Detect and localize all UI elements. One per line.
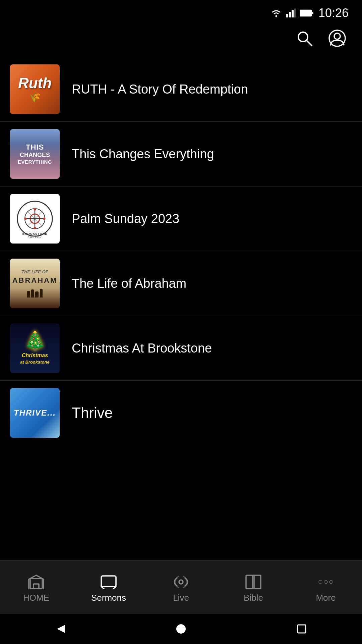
live-label: Live [173,593,189,603]
svg-rect-43 [298,625,306,633]
recent-button[interactable] [292,619,312,639]
series-title: RUTH - A Story Of Redemption [72,82,352,97]
svg-rect-34 [246,575,253,589]
list-item[interactable]: 🎄 Christmasat Brookstone Christmas At Br… [0,316,362,381]
svg-text:CHURCH: CHURCH [28,236,42,238]
svg-rect-5 [300,10,312,16]
list-item[interactable]: Ruth 🌾 RUTH - A Story Of Redemption [0,57,362,122]
wifi-icon [270,9,282,17]
series-title: This Changes Everything [72,147,352,161]
svg-point-0 [275,15,277,17]
svg-point-42 [176,624,186,634]
tce-text3: EVERYTHING [18,159,52,165]
nav-item-home[interactable]: HOME [0,571,72,603]
xmas-text: Christmasat Brookstone [20,352,49,365]
bible-label: Bible [244,593,263,603]
android-nav-bar [0,614,362,644]
series-title: Palm Sunday 2023 [72,212,352,226]
signal-icon [286,9,296,17]
tce-thumbnail: THIS CHANGES EVERYTHING [10,129,60,179]
sermons-icon [100,575,117,589]
thrive-text: THRIVE... [14,408,56,418]
svg-rect-4 [294,9,296,17]
nav-item-bible[interactable]: Bible [217,571,290,603]
nav-item-more[interactable]: More [290,571,362,603]
series-list: Ruth 🌾 RUTH - A Story Of Redemption THIS… [0,57,362,560]
status-time: 10:26 [318,6,349,20]
more-label: More [316,593,336,603]
svg-point-19 [43,218,46,220]
christmas-thumbnail: 🎄 Christmasat Brookstone [10,323,60,373]
profile-button[interactable] [326,27,349,50]
xmas-tree-icon: 🎄 [24,331,46,350]
svg-rect-35 [254,575,261,589]
svg-rect-2 [289,12,291,17]
bible-icon [245,575,262,589]
search-button[interactable] [293,27,316,50]
tce-text1: THIS [26,143,44,151]
abr-subtitle: THE LIFE OF [21,269,48,275]
sermons-label: Sermons [91,593,126,603]
svg-point-40 [329,580,333,584]
list-item[interactable]: BROOKSTONE CHURCH Palm Sunday 2023 [0,186,362,251]
palm-thumbnail: BROOKSTONE CHURCH [10,194,60,244]
abr-silhouettes [27,289,43,298]
series-title: Thrive [72,405,352,421]
svg-rect-6 [312,12,313,14]
series-title: The Life of Abraham [72,276,352,291]
ruth-thumb-text: Ruth [18,76,52,91]
tce-text2: CHANGES [20,152,50,159]
bottom-nav: HOME Sermons Live [0,560,362,614]
list-item[interactable]: THIS CHANGES EVERYTHING This Changes Eve… [0,122,362,186]
home-icon [27,575,45,589]
svg-point-33 [179,580,183,584]
svg-marker-41 [57,625,65,633]
series-title: Christmas At Brookstone [72,341,352,356]
live-icon [172,575,190,589]
ruth-decoration: 🌾 [29,92,41,103]
svg-point-9 [329,30,345,46]
abraham-thumbnail: THE LIFE OF ABRAHAM [10,259,60,308]
back-button[interactable] [50,619,70,639]
svg-point-18 [34,208,36,211]
svg-rect-30 [101,576,116,587]
svg-line-8 [306,40,312,46]
svg-point-39 [324,580,327,584]
abr-name: ABRAHAM [12,276,58,285]
status-icons: 10:26 [270,6,349,20]
brookstone-logo: BROOKSTONE CHURCH [15,199,55,239]
svg-text:BROOKSTONE: BROOKSTONE [22,232,47,235]
svg-rect-3 [292,10,294,17]
list-item[interactable]: THE LIFE OF ABRAHAM The Life of Abraham [0,251,362,316]
svg-point-20 [34,227,36,229]
more-icon [317,575,335,589]
svg-rect-1 [286,14,288,17]
list-item[interactable]: THRIVE... Thrive [0,381,362,445]
ruth-thumbnail: Ruth 🌾 [10,64,60,114]
svg-rect-27 [34,584,39,589]
thrive-thumbnail: THRIVE... [10,388,60,438]
svg-point-21 [24,218,27,220]
top-bar [0,23,362,60]
nav-item-live[interactable]: Live [145,571,217,603]
svg-point-10 [334,33,340,39]
status-bar: 10:26 [0,0,362,23]
battery-icon [300,9,314,17]
svg-point-38 [319,580,322,584]
home-button[interactable] [171,619,191,639]
home-label: HOME [23,593,49,603]
nav-item-sermons[interactable]: Sermons [72,571,145,603]
